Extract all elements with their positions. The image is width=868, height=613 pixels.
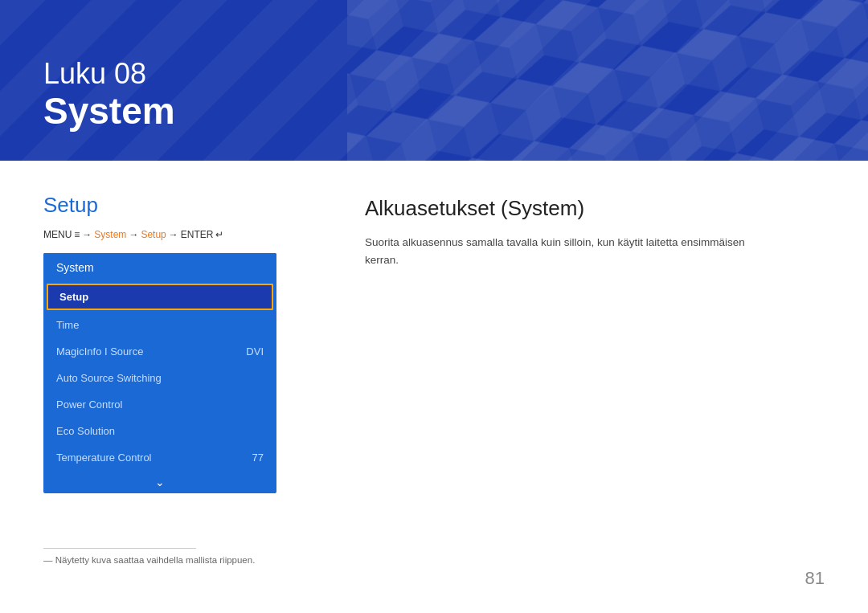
- footer-note: ― Näytetty kuva saattaa vaihdella mallis…: [43, 548, 255, 565]
- menu-item-magicinfo-label: MagicInfo I Source: [56, 345, 143, 358]
- menu-item-temperature-value: 77: [252, 452, 264, 464]
- menu-scroll-down[interactable]: ⌄: [43, 471, 276, 493]
- header-diamond-pattern: [347, 0, 868, 161]
- menu-item-eco-solution[interactable]: Eco Solution: [43, 418, 276, 444]
- chevron-down-icon: ⌄: [155, 476, 165, 488]
- menu-icon: ≡: [74, 229, 80, 240]
- menu-item-power-control[interactable]: Power Control: [43, 391, 276, 418]
- svg-rect-3: [347, 0, 868, 161]
- menu-item-auto-source[interactable]: Auto Source Switching: [43, 365, 276, 391]
- system-menu: System Setup Time MagicInfo I Source DVI…: [43, 253, 276, 493]
- menu-item-auto-source-label: Auto Source Switching: [56, 372, 162, 384]
- menu-path: MENU ≡ → System → Setup → ENTER ↵: [43, 229, 317, 240]
- page-number: 81: [805, 568, 825, 589]
- arrow1: →: [82, 229, 92, 240]
- menu-path-setup: Setup: [141, 229, 166, 240]
- page-title: System: [43, 91, 175, 132]
- section-title: Setup: [43, 193, 317, 218]
- menu-item-eco-solution-label: Eco Solution: [56, 425, 115, 437]
- right-description: Suorita alkuasennus samalla tavalla kuin…: [365, 234, 751, 268]
- menu-path-menu: MENU: [43, 229, 72, 240]
- menu-item-magicinfo-value: DVI: [246, 345, 264, 358]
- menu-path-enter: ENTER: [181, 229, 214, 240]
- main-content: Setup MENU ≡ → System → Setup → ENTER ↵ …: [0, 161, 868, 525]
- menu-path-system: System: [94, 229, 126, 240]
- menu-item-power-control-label: Power Control: [56, 398, 122, 411]
- arrow2: →: [129, 229, 138, 240]
- chapter-label: Luku 08: [43, 56, 175, 91]
- system-menu-header: System: [43, 253, 276, 282]
- menu-item-setup-label: Setup: [59, 291, 88, 303]
- page-header: Luku 08 System: [0, 0, 868, 161]
- header-text-block: Luku 08 System: [43, 56, 175, 132]
- menu-item-temperature-label: Temperature Control: [56, 452, 152, 464]
- enter-icon: ↵: [215, 229, 223, 240]
- right-title: Alkuasetukset (System): [365, 196, 825, 221]
- menu-item-setup[interactable]: Setup: [47, 284, 273, 310]
- menu-item-time-label: Time: [56, 319, 79, 331]
- menu-item-temperature-control[interactable]: Temperature Control 77: [43, 444, 276, 471]
- left-panel: Setup MENU ≡ → System → Setup → ENTER ↵ …: [43, 193, 317, 493]
- menu-item-time[interactable]: Time: [43, 312, 276, 338]
- arrow3: →: [169, 229, 178, 240]
- right-panel: Alkuasetukset (System) Suorita alkuasenn…: [365, 193, 825, 493]
- menu-item-magicinfo[interactable]: MagicInfo I Source DVI: [43, 338, 276, 365]
